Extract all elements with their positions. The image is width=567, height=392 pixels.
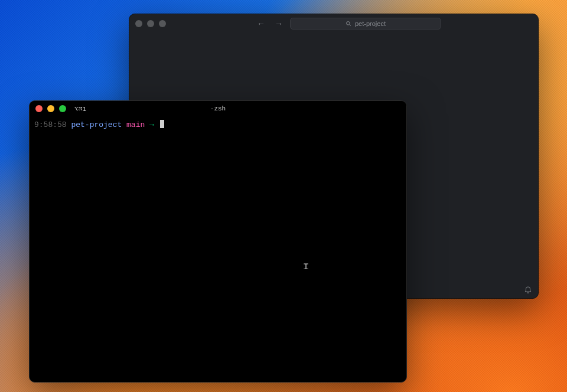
terminal-titlebar[interactable]: ⌥⌘1 -zsh [30,101,406,116]
terminal-title: -zsh [210,105,226,112]
terminal-body[interactable]: 9:58:58 pet-project main → [30,116,406,382]
terminal-traffic-lights [35,105,66,112]
prompt-directory: pet-project [71,120,122,129]
ide-maximize-button[interactable] [159,20,166,27]
prompt-branch: main [126,120,145,129]
prompt-time: 9:58:58 [34,120,67,129]
ide-search-text: pet-project [355,20,386,27]
terminal-tab-label: ⌥⌘1 [74,105,87,113]
ide-nav-arrows: ← → [257,19,283,28]
svg-line-1 [350,25,351,26]
ide-minimize-button[interactable] [147,20,154,27]
ide-titlebar[interactable]: ← → pet-project [129,14,538,33]
nav-forward-icon[interactable]: → [275,19,283,28]
terminal-window[interactable]: ⌥⌘1 -zsh 9:58:58 pet-project main → [29,100,407,383]
ide-traffic-lights [135,20,166,27]
terminal-maximize-button[interactable] [59,105,66,112]
svg-point-0 [347,22,350,25]
ide-close-button[interactable] [135,20,142,27]
nav-back-icon[interactable]: ← [257,19,265,28]
ide-search-box[interactable]: pet-project [290,18,441,30]
search-icon [346,21,351,27]
terminal-cursor [160,120,164,128]
terminal-prompt-line: 9:58:58 pet-project main → [34,120,402,130]
prompt-arrow: → [149,120,154,129]
terminal-minimize-button[interactable] [47,105,54,112]
bell-icon[interactable] [524,285,532,293]
terminal-close-button[interactable] [35,105,43,112]
